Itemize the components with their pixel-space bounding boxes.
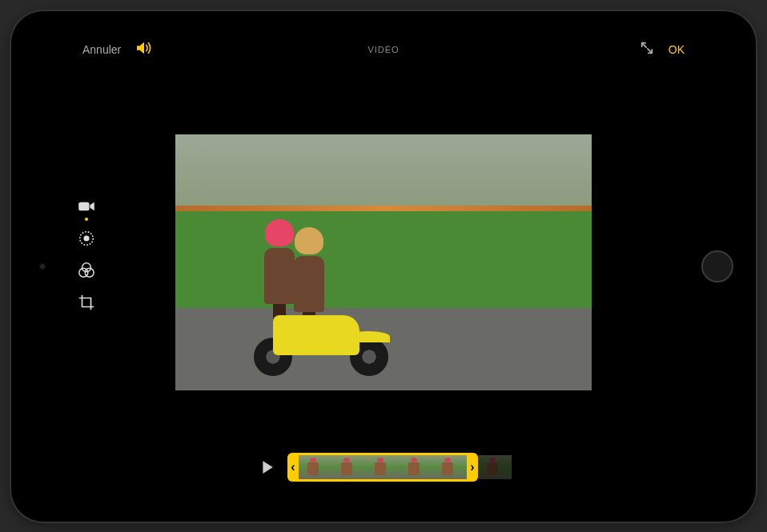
play-button[interactable] bbox=[255, 455, 279, 479]
sound-icon[interactable] bbox=[135, 41, 153, 58]
timeline-thumbnail bbox=[299, 455, 332, 479]
crop-tool-button[interactable] bbox=[76, 292, 97, 313]
ipad-frame: Annuler VIDÉO bbox=[11, 11, 756, 522]
video-tool-button[interactable] bbox=[76, 196, 97, 217]
home-button[interactable] bbox=[701, 250, 733, 282]
timeline[interactable]: ‹ › bbox=[287, 452, 512, 482]
adjust-tool-button[interactable] bbox=[76, 228, 97, 249]
trim-end-handle[interactable]: › bbox=[467, 453, 478, 482]
timeline-thumbnail bbox=[478, 455, 512, 479]
video-preview-area[interactable] bbox=[71, 66, 696, 443]
timeline-thumbnail bbox=[433, 455, 467, 479]
svg-point-2 bbox=[84, 236, 89, 241]
trim-region[interactable] bbox=[299, 453, 467, 482]
timeline-excluded bbox=[478, 455, 512, 479]
top-bar: Annuler VIDÉO bbox=[71, 34, 696, 66]
done-button[interactable]: OK bbox=[669, 43, 685, 56]
timeline-thumbnail bbox=[366, 455, 400, 479]
edit-tools-sidebar bbox=[76, 196, 97, 313]
timeline-thumbnail bbox=[332, 455, 366, 479]
video-frame bbox=[175, 134, 592, 390]
cancel-button[interactable]: Annuler bbox=[82, 43, 121, 56]
svg-rect-0 bbox=[78, 202, 89, 210]
svg-point-5 bbox=[85, 268, 94, 277]
timeline-bar: ‹ › bbox=[71, 443, 696, 499]
fullscreen-icon[interactable] bbox=[640, 41, 654, 58]
mode-title: VIDÉO bbox=[367, 45, 399, 54]
svg-point-3 bbox=[82, 262, 91, 271]
timeline-thumbnail bbox=[400, 455, 433, 479]
main-area bbox=[71, 66, 696, 443]
trim-start-handle[interactable]: ‹ bbox=[287, 453, 299, 482]
device-camera bbox=[39, 263, 46, 270]
screen: Annuler VIDÉO bbox=[71, 34, 696, 499]
filters-tool-button[interactable] bbox=[76, 260, 97, 281]
